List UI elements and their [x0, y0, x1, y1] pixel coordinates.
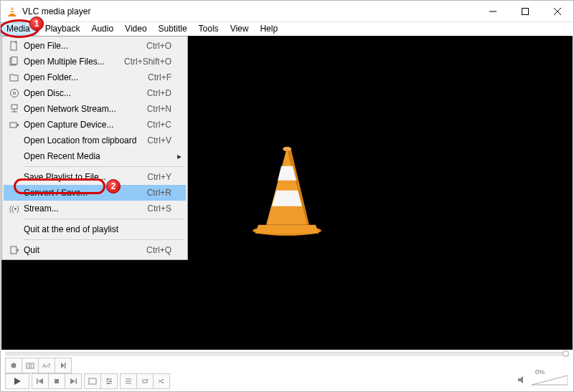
svg-rect-33: [65, 363, 66, 368]
folder-icon: [6, 72, 22, 82]
disc-icon: [6, 88, 22, 98]
menu-quit[interactable]: Quit Ctrl+Q: [4, 242, 186, 258]
svg-marker-26: [272, 191, 302, 206]
annotation-badge-2: 2: [106, 179, 121, 193]
menu-open-clipboard[interactable]: Open Location from clipboard Ctrl+V: [4, 133, 186, 148]
shuffle-button[interactable]: [153, 373, 170, 389]
menu-open-network-stream[interactable]: Open Network Stream... Ctrl+N: [4, 101, 186, 117]
next-button[interactable]: [65, 373, 82, 389]
seek-bar[interactable]: [5, 351, 569, 355]
close-button[interactable]: [541, 1, 573, 21]
svg-rect-40: [89, 378, 96, 384]
svg-point-44: [107, 378, 108, 380]
titlebar: VLC media player: [1, 1, 573, 22]
svg-rect-39: [76, 378, 77, 384]
svg-rect-1: [10, 9, 14, 11]
minimize-button[interactable]: [476, 1, 509, 21]
window-controls: [476, 1, 573, 21]
menu-tools[interactable]: Tools: [193, 22, 225, 36]
svg-marker-22: [255, 225, 319, 234]
svg-point-11: [11, 90, 19, 97]
menu-open-folder[interactable]: Open Folder... Ctrl+F: [4, 70, 186, 85]
volume-control: [517, 374, 568, 387]
loop-ab-button[interactable]: A↺B: [38, 358, 55, 373]
prev-button[interactable]: [32, 373, 49, 389]
annotation-badge-1: 1: [29, 16, 44, 31]
menu-audio[interactable]: Audio: [85, 22, 119, 36]
svg-rect-10: [11, 57, 17, 64]
svg-marker-36: [38, 378, 43, 384]
menu-save-playlist[interactable]: Save Playlist to File... Ctrl+Y: [4, 169, 186, 185]
playback-controls: [5, 373, 169, 389]
svg-rect-16: [10, 123, 17, 128]
svg-point-27: [283, 147, 291, 151]
svg-text:((•)): ((•)): [9, 205, 19, 213]
svg-rect-37: [55, 379, 59, 383]
menu-video[interactable]: Video: [119, 22, 152, 36]
menubar: Media Playback Audio Video Subtitle Tool…: [1, 22, 573, 36]
fullscreen-button[interactable]: [84, 373, 101, 389]
volume-slider[interactable]: [532, 374, 568, 387]
svg-marker-50: [147, 379, 149, 381]
files-icon: [6, 57, 22, 67]
capture-icon: [6, 120, 22, 130]
svg-point-28: [11, 363, 17, 368]
svg-rect-3: [9, 15, 17, 16]
frame-step-button[interactable]: [55, 358, 72, 373]
menu-subtitle[interactable]: Subtitle: [153, 22, 193, 36]
svg-point-12: [14, 92, 16, 95]
media-dropdown: Open File... Ctrl+O Open Multiple Files.…: [1, 36, 188, 260]
svg-rect-13: [11, 105, 17, 109]
stream-icon: ((•)): [6, 204, 22, 214]
menu-separator: [24, 239, 184, 240]
menu-separator: [24, 219, 184, 219]
menu-playback[interactable]: Playback: [39, 22, 86, 36]
loop-button[interactable]: [136, 373, 154, 389]
svg-point-30: [29, 365, 32, 368]
svg-marker-52: [162, 382, 164, 383]
svg-marker-51: [162, 379, 164, 381]
menu-open-capture-device[interactable]: Open Capture Device... Ctrl+C: [4, 117, 186, 133]
snapshot-button[interactable]: [22, 358, 39, 373]
svg-marker-32: [61, 363, 65, 368]
svg-rect-19: [11, 247, 17, 254]
menu-open-file[interactable]: Open File... Ctrl+O: [4, 38, 186, 54]
file-icon: [6, 41, 22, 51]
network-icon: [6, 104, 22, 114]
menu-stream[interactable]: ((•)) Stream... Ctrl+S: [4, 201, 186, 216]
svg-marker-34: [14, 378, 21, 385]
extended-settings-button[interactable]: [100, 373, 118, 389]
menu-quit-end-playlist[interactable]: Quit at the end of playlist: [4, 221, 186, 237]
svg-marker-53: [518, 376, 523, 383]
maximize-button[interactable]: [509, 1, 541, 21]
playlist-button[interactable]: [120, 373, 137, 389]
record-button[interactable]: [5, 358, 22, 373]
menu-view[interactable]: View: [225, 22, 255, 36]
svg-point-46: [108, 383, 109, 384]
play-button[interactable]: [5, 373, 29, 389]
seek-thumb[interactable]: [563, 350, 569, 357]
menu-separator: [24, 166, 184, 167]
svg-marker-54: [532, 376, 568, 385]
svg-rect-5: [522, 8, 528, 14]
app-cone-icon: [6, 6, 18, 17]
menu-convert-save[interactable]: Convert / Save... Ctrl+R: [4, 185, 186, 201]
menu-help[interactable]: Help: [254, 22, 283, 36]
menu-open-multiple-files[interactable]: Open Multiple Files... Ctrl+Shift+O: [4, 54, 186, 70]
submenu-arrow-icon: ▸: [176, 151, 183, 161]
svg-rect-35: [37, 378, 38, 384]
speaker-icon[interactable]: [517, 375, 527, 387]
vlc-cone-icon: [248, 143, 326, 239]
svg-point-45: [110, 381, 111, 382]
menu-open-recent[interactable]: Open Recent Media ▸: [4, 148, 186, 164]
svg-marker-23: [266, 148, 308, 225]
svg-marker-38: [70, 378, 75, 384]
stop-button[interactable]: [48, 373, 65, 389]
svg-rect-17: [17, 124, 19, 126]
window-title: VLC media player: [22, 6, 90, 16]
svg-rect-2: [10, 12, 15, 14]
seek-track[interactable]: [5, 352, 567, 355]
playlist-controls: A↺B: [5, 358, 71, 373]
svg-text:A↺B: A↺B: [42, 363, 51, 369]
menu-open-disc[interactable]: Open Disc... Ctrl+D: [4, 85, 186, 101]
